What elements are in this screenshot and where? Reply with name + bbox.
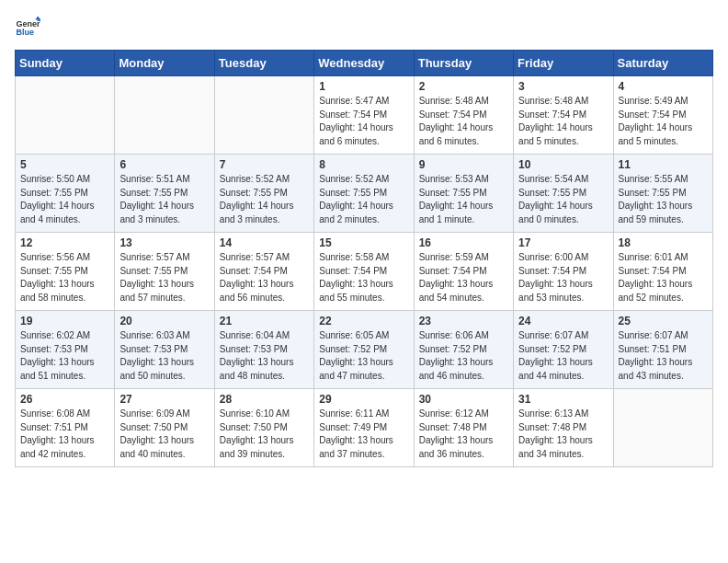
page-header: General Blue (15, 15, 713, 40)
day-cell: 10Sunrise: 5:54 AM Sunset: 7:55 PM Dayli… (514, 155, 613, 233)
day-number: 11 (619, 158, 708, 171)
day-info: Sunrise: 5:52 AM Sunset: 7:55 PM Dayligh… (220, 173, 309, 226)
day-number: 21 (220, 315, 309, 327)
day-info: Sunrise: 6:08 AM Sunset: 7:51 PM Dayligh… (20, 408, 109, 461)
day-number: 9 (419, 158, 508, 171)
day-cell: 11Sunrise: 5:55 AM Sunset: 7:55 PM Dayli… (613, 155, 712, 233)
day-cell: 5Sunrise: 5:50 AM Sunset: 7:55 PM Daylig… (16, 155, 115, 233)
day-cell: 30Sunrise: 6:12 AM Sunset: 7:48 PM Dayli… (414, 389, 513, 467)
day-number: 30 (419, 393, 508, 406)
weekday-header-thursday: Thursday (414, 51, 513, 76)
day-info: Sunrise: 5:55 AM Sunset: 7:55 PM Dayligh… (619, 173, 708, 226)
day-number: 5 (20, 158, 109, 171)
day-number: 28 (220, 393, 309, 406)
weekday-header-monday: Monday (115, 51, 214, 76)
day-info: Sunrise: 6:02 AM Sunset: 7:53 PM Dayligh… (20, 329, 109, 383)
day-number: 4 (619, 80, 708, 93)
day-info: Sunrise: 5:54 AM Sunset: 7:55 PM Dayligh… (518, 173, 608, 226)
day-cell: 8Sunrise: 5:52 AM Sunset: 7:55 PM Daylig… (314, 155, 414, 233)
day-info: Sunrise: 5:59 AM Sunset: 7:54 PM Dayligh… (419, 251, 508, 304)
day-info: Sunrise: 6:10 AM Sunset: 7:50 PM Dayligh… (220, 408, 309, 461)
day-number: 15 (319, 236, 408, 249)
day-number: 31 (518, 393, 608, 406)
day-cell: 14Sunrise: 5:57 AM Sunset: 7:54 PM Dayli… (214, 233, 313, 311)
day-number: 14 (220, 236, 309, 249)
day-info: Sunrise: 5:51 AM Sunset: 7:55 PM Dayligh… (119, 173, 209, 226)
day-cell (214, 76, 313, 155)
logo-icon: General Blue (15, 15, 40, 40)
day-cell: 12Sunrise: 5:56 AM Sunset: 7:55 PM Dayli… (16, 233, 115, 311)
day-number: 13 (119, 236, 209, 249)
day-info: Sunrise: 6:00 AM Sunset: 7:54 PM Dayligh… (518, 251, 608, 304)
day-info: Sunrise: 5:57 AM Sunset: 7:54 PM Dayligh… (220, 251, 309, 304)
day-info: Sunrise: 6:07 AM Sunset: 7:51 PM Dayligh… (619, 329, 708, 383)
day-info: Sunrise: 6:06 AM Sunset: 7:52 PM Dayligh… (419, 329, 508, 383)
day-number: 29 (319, 393, 408, 406)
day-number: 16 (419, 236, 508, 249)
day-cell: 15Sunrise: 5:58 AM Sunset: 7:54 PM Dayli… (314, 233, 414, 311)
day-cell: 20Sunrise: 6:03 AM Sunset: 7:53 PM Dayli… (115, 311, 214, 389)
day-number: 19 (20, 315, 109, 327)
day-cell: 7Sunrise: 5:52 AM Sunset: 7:55 PM Daylig… (214, 155, 313, 233)
day-info: Sunrise: 6:04 AM Sunset: 7:53 PM Dayligh… (220, 329, 309, 383)
day-info: Sunrise: 6:12 AM Sunset: 7:48 PM Dayligh… (419, 408, 508, 461)
weekday-header-tuesday: Tuesday (214, 51, 313, 76)
day-info: Sunrise: 6:01 AM Sunset: 7:54 PM Dayligh… (619, 251, 708, 304)
day-info: Sunrise: 5:56 AM Sunset: 7:55 PM Dayligh… (20, 251, 109, 304)
week-row-3: 19Sunrise: 6:02 AM Sunset: 7:53 PM Dayli… (16, 311, 713, 389)
day-number: 6 (119, 158, 209, 171)
day-number: 8 (319, 158, 408, 171)
day-cell: 31Sunrise: 6:13 AM Sunset: 7:48 PM Dayli… (514, 389, 613, 467)
logo: General Blue (15, 15, 40, 40)
day-number: 3 (518, 80, 608, 93)
svg-text:General: General (16, 19, 40, 29)
day-info: Sunrise: 6:09 AM Sunset: 7:50 PM Dayligh… (119, 408, 209, 461)
day-info: Sunrise: 5:58 AM Sunset: 7:54 PM Dayligh… (319, 251, 408, 304)
day-cell: 3Sunrise: 5:48 AM Sunset: 7:54 PM Daylig… (514, 76, 613, 155)
week-row-2: 12Sunrise: 5:56 AM Sunset: 7:55 PM Dayli… (16, 233, 713, 311)
day-cell: 17Sunrise: 6:00 AM Sunset: 7:54 PM Dayli… (514, 233, 613, 311)
svg-text:Blue: Blue (16, 28, 34, 37)
day-info: Sunrise: 5:47 AM Sunset: 7:54 PM Dayligh… (319, 95, 408, 148)
day-cell: 27Sunrise: 6:09 AM Sunset: 7:50 PM Dayli… (115, 389, 214, 467)
day-cell: 22Sunrise: 6:05 AM Sunset: 7:52 PM Dayli… (314, 311, 414, 389)
day-number: 7 (220, 158, 309, 171)
day-info: Sunrise: 6:03 AM Sunset: 7:53 PM Dayligh… (119, 329, 209, 383)
day-info: Sunrise: 6:11 AM Sunset: 7:49 PM Dayligh… (319, 408, 408, 461)
day-cell: 4Sunrise: 5:49 AM Sunset: 7:54 PM Daylig… (613, 76, 712, 155)
day-number: 22 (319, 315, 408, 327)
day-info: Sunrise: 5:50 AM Sunset: 7:55 PM Dayligh… (20, 173, 109, 226)
weekday-header-friday: Friday (514, 51, 613, 76)
day-number: 12 (20, 236, 109, 249)
day-number: 2 (419, 80, 508, 93)
day-cell: 26Sunrise: 6:08 AM Sunset: 7:51 PM Dayli… (16, 389, 115, 467)
day-cell: 25Sunrise: 6:07 AM Sunset: 7:51 PM Dayli… (613, 311, 712, 389)
day-cell: 9Sunrise: 5:53 AM Sunset: 7:55 PM Daylig… (414, 155, 513, 233)
day-number: 26 (20, 393, 109, 406)
day-cell: 2Sunrise: 5:48 AM Sunset: 7:54 PM Daylig… (414, 76, 513, 155)
day-cell: 6Sunrise: 5:51 AM Sunset: 7:55 PM Daylig… (115, 155, 214, 233)
day-info: Sunrise: 6:05 AM Sunset: 7:52 PM Dayligh… (319, 329, 408, 383)
day-info: Sunrise: 6:13 AM Sunset: 7:48 PM Dayligh… (518, 408, 608, 461)
day-cell (115, 76, 214, 155)
day-info: Sunrise: 5:57 AM Sunset: 7:55 PM Dayligh… (119, 251, 209, 304)
day-number: 1 (319, 80, 408, 93)
day-cell: 1Sunrise: 5:47 AM Sunset: 7:54 PM Daylig… (314, 76, 414, 155)
day-info: Sunrise: 5:53 AM Sunset: 7:55 PM Dayligh… (419, 173, 508, 226)
day-number: 20 (119, 315, 209, 327)
day-cell: 13Sunrise: 5:57 AM Sunset: 7:55 PM Dayli… (115, 233, 214, 311)
day-cell: 28Sunrise: 6:10 AM Sunset: 7:50 PM Dayli… (214, 389, 313, 467)
day-cell: 24Sunrise: 6:07 AM Sunset: 7:52 PM Dayli… (514, 311, 613, 389)
weekday-header-wednesday: Wednesday (314, 51, 414, 76)
day-info: Sunrise: 6:07 AM Sunset: 7:52 PM Dayligh… (518, 329, 608, 383)
day-info: Sunrise: 5:48 AM Sunset: 7:54 PM Dayligh… (518, 95, 608, 148)
day-number: 18 (619, 236, 708, 249)
day-number: 10 (518, 158, 608, 171)
day-cell: 18Sunrise: 6:01 AM Sunset: 7:54 PM Dayli… (613, 233, 712, 311)
day-cell: 29Sunrise: 6:11 AM Sunset: 7:49 PM Dayli… (314, 389, 414, 467)
week-row-0: 1Sunrise: 5:47 AM Sunset: 7:54 PM Daylig… (16, 76, 713, 155)
day-number: 24 (518, 315, 608, 327)
day-number: 17 (518, 236, 608, 249)
day-cell: 16Sunrise: 5:59 AM Sunset: 7:54 PM Dayli… (414, 233, 513, 311)
calendar-table: SundayMondayTuesdayWednesdayThursdayFrid… (15, 50, 713, 467)
